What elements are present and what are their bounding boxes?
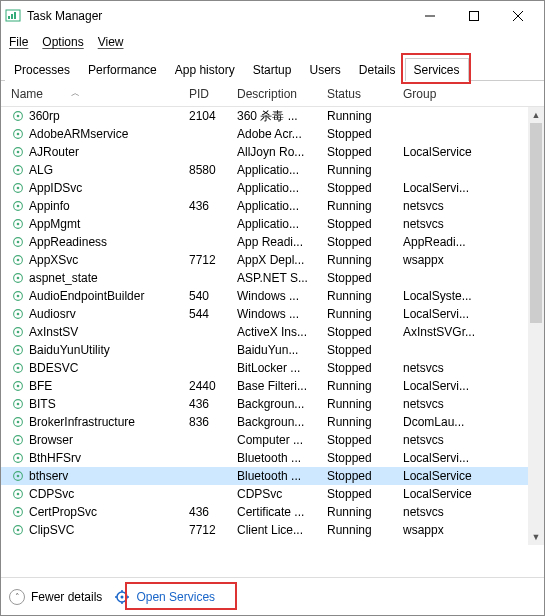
scrollbar-thumb[interactable]	[530, 123, 542, 323]
service-description: Bluetooth ...	[231, 451, 321, 465]
menu-file[interactable]: File	[9, 35, 28, 49]
service-group: netsvcs	[397, 361, 507, 375]
table-row[interactable]: CDPSvcCDPSvcStoppedLocalService	[1, 485, 544, 503]
maximize-button[interactable]	[452, 1, 496, 31]
table-row[interactable]: BrokerInfrastructure836Backgroun...Runni…	[1, 413, 544, 431]
service-icon	[11, 451, 25, 465]
service-status: Stopped	[321, 469, 397, 483]
service-status: Stopped	[321, 181, 397, 195]
table-row[interactable]: 360rp2104360 杀毒 ...Running	[1, 107, 544, 125]
service-icon	[11, 469, 25, 483]
table-row[interactable]: CertPropSvc436Certificate ...Runningnets…	[1, 503, 544, 521]
service-group: LocalService	[397, 469, 507, 483]
menu-view[interactable]: View	[98, 35, 124, 49]
service-status: Running	[321, 253, 397, 267]
tab-performance[interactable]: Performance	[79, 58, 166, 81]
service-name: AJRouter	[29, 145, 79, 159]
service-group: AxInstSVGr...	[397, 325, 507, 339]
service-name: AppIDSvc	[29, 181, 82, 195]
header-group[interactable]: Group	[397, 87, 507, 101]
service-icon	[11, 199, 25, 213]
service-name: BITS	[29, 397, 56, 411]
service-group: LocalServi...	[397, 451, 507, 465]
service-name: AdobeARMservice	[29, 127, 128, 141]
scroll-down-icon[interactable]: ▼	[528, 529, 544, 545]
table-row[interactable]: AppMgmtApplicatio...Stoppednetsvcs	[1, 215, 544, 233]
service-name: ClipSVC	[29, 523, 74, 537]
service-name: BthHFSrv	[29, 451, 81, 465]
service-icon	[11, 523, 25, 537]
table-row[interactable]: ALG8580Applicatio...Running	[1, 161, 544, 179]
tab-app-history[interactable]: App history	[166, 58, 244, 81]
table-row[interactable]: BITS436Backgroun...Runningnetsvcs	[1, 395, 544, 413]
table-row[interactable]: Appinfo436Applicatio...Runningnetsvcs	[1, 197, 544, 215]
service-description: BitLocker ...	[231, 361, 321, 375]
service-name: bthserv	[29, 469, 68, 483]
service-name: Appinfo	[29, 199, 70, 213]
service-icon	[11, 415, 25, 429]
header-status[interactable]: Status	[321, 87, 397, 101]
table-row[interactable]: AJRouterAllJoyn Ro...StoppedLocalService	[1, 143, 544, 161]
service-description: Applicatio...	[231, 181, 321, 195]
service-description: Windows ...	[231, 307, 321, 321]
service-icon	[11, 397, 25, 411]
tab-details[interactable]: Details	[350, 58, 405, 81]
service-status: Stopped	[321, 325, 397, 339]
tab-startup[interactable]: Startup	[244, 58, 301, 81]
service-group: wsappx	[397, 523, 507, 537]
scroll-up-icon[interactable]: ▲	[528, 107, 544, 123]
table-row[interactable]: bthservBluetooth ...StoppedLocalService	[1, 467, 544, 485]
tab-services[interactable]: Services	[405, 58, 469, 81]
table-row[interactable]: AudioEndpointBuilder540Windows ...Runnin…	[1, 287, 544, 305]
open-services-link[interactable]: Open Services	[114, 589, 215, 605]
vertical-scrollbar[interactable]: ▲ ▼	[528, 107, 544, 545]
service-status: Stopped	[321, 361, 397, 375]
service-status: Running	[321, 379, 397, 393]
table-row[interactable]: AdobeARMserviceAdobe Acr...Stopped	[1, 125, 544, 143]
table-row[interactable]: AxInstSVActiveX Ins...StoppedAxInstSVGr.…	[1, 323, 544, 341]
svg-point-13	[17, 151, 20, 154]
tab-users[interactable]: Users	[300, 58, 349, 81]
service-status: Stopped	[321, 145, 397, 159]
service-description: Backgroun...	[231, 397, 321, 411]
svg-rect-1	[8, 16, 10, 19]
service-name: 360rp	[29, 109, 60, 123]
fewer-details-link[interactable]: ˄ Fewer details	[9, 589, 102, 605]
header-pid[interactable]: PID	[183, 87, 231, 101]
svg-point-49	[17, 475, 20, 478]
menu-options[interactable]: Options	[42, 35, 83, 49]
table-row[interactable]: BthHFSrvBluetooth ...StoppedLocalServi..…	[1, 449, 544, 467]
service-description: Base Filteri...	[231, 379, 321, 393]
service-icon	[11, 145, 25, 159]
table-row[interactable]: AppXSvc7712AppX Depl...Runningwsappx	[1, 251, 544, 269]
service-icon	[11, 487, 25, 501]
svg-rect-2	[11, 14, 13, 19]
svg-point-35	[17, 349, 20, 352]
titlebar: Task Manager	[1, 1, 544, 31]
header-name[interactable]: Name︿	[5, 87, 183, 101]
service-description: Bluetooth ...	[231, 469, 321, 483]
sort-indicator-icon: ︿	[71, 87, 80, 100]
table-row[interactable]: BaiduYunUtilityBaiduYun...Stopped	[1, 341, 544, 359]
table-row[interactable]: AppIDSvcApplicatio...StoppedLocalServi..…	[1, 179, 544, 197]
header-description[interactable]: Description	[231, 87, 321, 101]
service-icon	[11, 289, 25, 303]
service-icon	[11, 325, 25, 339]
table-row[interactable]: AppReadinessApp Readi...StoppedAppReadi.…	[1, 233, 544, 251]
service-icon	[11, 307, 25, 321]
table-row[interactable]: aspnet_stateASP.NET S...Stopped	[1, 269, 544, 287]
table-row[interactable]: Audiosrv544Windows ...RunningLocalServi.…	[1, 305, 544, 323]
table-row[interactable]: BDESVCBitLocker ...Stoppednetsvcs	[1, 359, 544, 377]
service-status: Running	[321, 163, 397, 177]
table-row[interactable]: BrowserComputer ...Stoppednetsvcs	[1, 431, 544, 449]
tab-processes[interactable]: Processes	[5, 58, 79, 81]
service-pid: 2104	[183, 109, 231, 123]
table-row[interactable]: ClipSVC7712Client Lice...Runningwsappx	[1, 521, 544, 539]
service-status: Stopped	[321, 271, 397, 285]
close-button[interactable]	[496, 1, 540, 31]
service-icon	[11, 271, 25, 285]
svg-point-51	[17, 493, 20, 496]
table-row[interactable]: BFE2440Base Filteri...RunningLocalServi.…	[1, 377, 544, 395]
service-name: CertPropSvc	[29, 505, 97, 519]
minimize-button[interactable]	[408, 1, 452, 31]
